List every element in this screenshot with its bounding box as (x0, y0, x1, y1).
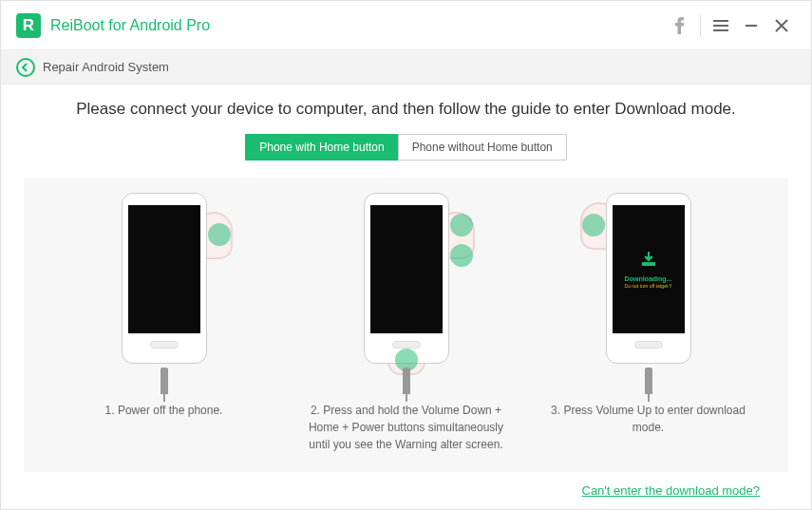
footer: Can't enter the download mode? (24, 472, 788, 499)
breadcrumb: Repair Android System (1, 50, 811, 85)
press-indicator-icon (582, 214, 605, 236)
phone-screen-off (128, 205, 200, 333)
home-button-icon (150, 341, 179, 349)
titlebar: R ReiBoot for Android Pro (1, 1, 811, 50)
phone-icon (122, 193, 207, 364)
tab-without-home[interactable]: Phone without Home button (398, 134, 567, 161)
step-1-caption: 1. Power off the phone. (105, 402, 223, 419)
steps-container: 1. Power off the phone. 2. Press and hol… (24, 178, 788, 472)
app-logo: R (16, 13, 41, 38)
phone-screen-off (370, 205, 443, 333)
home-button-icon (634, 341, 663, 349)
menu-icon[interactable] (707, 11, 735, 40)
facebook-icon[interactable] (666, 11, 694, 40)
minimize-icon[interactable] (737, 11, 765, 40)
press-indicator-icon (450, 244, 473, 267)
brand: R ReiBoot for Android Pro (16, 13, 210, 38)
step-1: 1. Power off the phone. (52, 193, 275, 453)
phone-screen-downloading: Downloading... Do not turn off target !! (613, 205, 685, 333)
press-indicator-icon (450, 214, 473, 236)
tab-with-home[interactable]: Phone with Home button (245, 134, 397, 161)
home-button-icon (392, 341, 421, 349)
window-controls (666, 11, 796, 40)
breadcrumb-label: Repair Android System (43, 60, 169, 74)
download-arrow-icon (640, 250, 657, 272)
illustration-hold-buttons (349, 193, 463, 392)
tabs: Phone with Home button Phone without Hom… (24, 134, 788, 161)
step-3: Downloading... Do not turn off target !!… (537, 193, 760, 453)
app-title: ReiBoot for Android Pro (50, 17, 210, 34)
step-3-caption: 3. Press Volume Up to enter download mod… (544, 402, 753, 436)
illustration-volume-up: Downloading... Do not turn off target !! (592, 193, 706, 392)
cable-icon (161, 368, 168, 394)
cant-enter-link[interactable]: Can't enter the download mode? (582, 483, 761, 498)
close-icon[interactable] (767, 11, 796, 40)
phone-icon (364, 193, 449, 364)
downloading-warning: Do not turn off target !! (625, 283, 672, 289)
phone-icon: Downloading... Do not turn off target !! (606, 193, 691, 364)
illustration-power-off (107, 193, 221, 392)
divider (700, 15, 701, 36)
back-button[interactable] (16, 58, 35, 77)
svg-rect-0 (746, 25, 757, 27)
press-indicator-icon (208, 223, 231, 246)
main-content: Please connect your device to computer, … (1, 85, 811, 508)
cable-icon (645, 368, 652, 394)
step-2-caption: 2. Press and hold the Volume Down + Home… (302, 402, 511, 453)
instruction-text: Please connect your device to computer, … (24, 100, 788, 119)
cable-icon (403, 368, 410, 394)
downloading-label: Downloading... (625, 275, 672, 282)
step-2: 2. Press and hold the Volume Down + Home… (294, 193, 518, 453)
